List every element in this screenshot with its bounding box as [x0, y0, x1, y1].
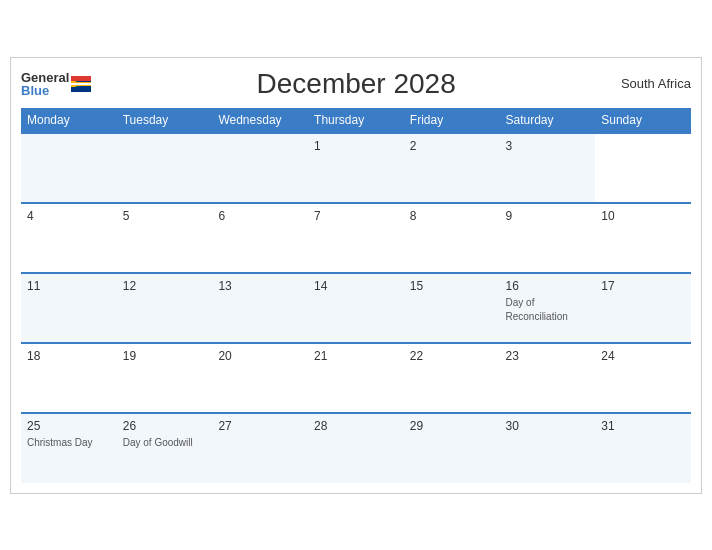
day-number: 26 — [123, 419, 207, 433]
calendar-cell: 1 — [308, 133, 404, 203]
calendar-cell: 8 — [404, 203, 500, 273]
calendar-row-1: 45678910 — [21, 203, 691, 273]
day-number: 27 — [218, 419, 302, 433]
day-number: 12 — [123, 279, 207, 293]
day-number: 11 — [27, 279, 111, 293]
calendar-table: Monday Tuesday Wednesday Thursday Friday… — [21, 108, 691, 483]
calendar-cell: 27 — [212, 413, 308, 483]
calendar-row-2: 111213141516Day of Reconciliation17 — [21, 273, 691, 343]
logo-blue-text: Blue — [21, 84, 69, 97]
day-number: 8 — [410, 209, 494, 223]
calendar-cell: 6 — [212, 203, 308, 273]
day-number: 28 — [314, 419, 398, 433]
calendar-cell: 22 — [404, 343, 500, 413]
header-tuesday: Tuesday — [117, 108, 213, 133]
holiday-label: Day of Goodwill — [123, 437, 193, 448]
calendar-cell: 18 — [21, 343, 117, 413]
day-number: 19 — [123, 349, 207, 363]
holiday-label: Christmas Day — [27, 437, 93, 448]
calendar-cell: 7 — [308, 203, 404, 273]
day-number: 22 — [410, 349, 494, 363]
day-number: 5 — [123, 209, 207, 223]
header-thursday: Thursday — [308, 108, 404, 133]
calendar-cell: 16Day of Reconciliation — [500, 273, 596, 343]
day-number: 31 — [601, 419, 685, 433]
calendar-cell: 21 — [308, 343, 404, 413]
day-number: 10 — [601, 209, 685, 223]
day-number: 29 — [410, 419, 494, 433]
holiday-label: Day of Reconciliation — [506, 297, 568, 322]
calendar-cell: 15 — [404, 273, 500, 343]
calendar-cell: 26Day of Goodwill — [117, 413, 213, 483]
calendar-cell: 14 — [308, 273, 404, 343]
svg-rect-4 — [71, 83, 91, 85]
calendar-cell: 23 — [500, 343, 596, 413]
logo-general-text: General — [21, 71, 69, 84]
calendar-cell: 30 — [500, 413, 596, 483]
day-number: 24 — [601, 349, 685, 363]
calendar-row-0: 123 — [21, 133, 691, 203]
day-number: 15 — [410, 279, 494, 293]
calendar-cell: 2 — [404, 133, 500, 203]
day-number: 21 — [314, 349, 398, 363]
day-number: 18 — [27, 349, 111, 363]
day-number: 3 — [506, 139, 590, 153]
calendar-cell: 10 — [595, 203, 691, 273]
calendar-cell: 29 — [404, 413, 500, 483]
calendar-cell: 4 — [21, 203, 117, 273]
calendar-country: South Africa — [621, 76, 691, 91]
empty-cell — [21, 133, 117, 203]
calendar-cell: 12 — [117, 273, 213, 343]
day-number: 16 — [506, 279, 590, 293]
calendar-cell: 13 — [212, 273, 308, 343]
header-friday: Friday — [404, 108, 500, 133]
day-number: 1 — [314, 139, 398, 153]
logo: General Blue — [21, 71, 91, 97]
calendar-cell: 9 — [500, 203, 596, 273]
svg-rect-6 — [71, 87, 91, 92]
day-number: 7 — [314, 209, 398, 223]
header-wednesday: Wednesday — [212, 108, 308, 133]
empty-cell — [212, 133, 308, 203]
day-number: 20 — [218, 349, 302, 363]
empty-cell — [117, 133, 213, 203]
logo-flag-icon — [71, 76, 91, 92]
calendar-cell: 25Christmas Day — [21, 413, 117, 483]
calendar-container: General Blue December 2028 South Africa … — [10, 57, 702, 494]
calendar-cell: 11 — [21, 273, 117, 343]
calendar-row-3: 18192021222324 — [21, 343, 691, 413]
calendar-cell: 17 — [595, 273, 691, 343]
calendar-header: General Blue December 2028 South Africa — [21, 68, 691, 100]
day-number: 2 — [410, 139, 494, 153]
header-saturday: Saturday — [500, 108, 596, 133]
day-number: 17 — [601, 279, 685, 293]
weekday-header-row: Monday Tuesday Wednesday Thursday Friday… — [21, 108, 691, 133]
calendar-title: December 2028 — [257, 68, 456, 100]
calendar-cell: 24 — [595, 343, 691, 413]
header-monday: Monday — [21, 108, 117, 133]
calendar-cell: 31 — [595, 413, 691, 483]
calendar-cell: 19 — [117, 343, 213, 413]
calendar-cell: 5 — [117, 203, 213, 273]
day-number: 9 — [506, 209, 590, 223]
day-number: 30 — [506, 419, 590, 433]
day-number: 25 — [27, 419, 111, 433]
calendar-cell: 28 — [308, 413, 404, 483]
day-number: 23 — [506, 349, 590, 363]
calendar-row-4: 25Christmas Day26Day of Goodwill27282930… — [21, 413, 691, 483]
calendar-cell: 3 — [500, 133, 596, 203]
day-number: 4 — [27, 209, 111, 223]
calendar-cell: 20 — [212, 343, 308, 413]
day-number: 6 — [218, 209, 302, 223]
header-sunday: Sunday — [595, 108, 691, 133]
day-number: 13 — [218, 279, 302, 293]
day-number: 14 — [314, 279, 398, 293]
svg-rect-5 — [71, 76, 91, 81]
